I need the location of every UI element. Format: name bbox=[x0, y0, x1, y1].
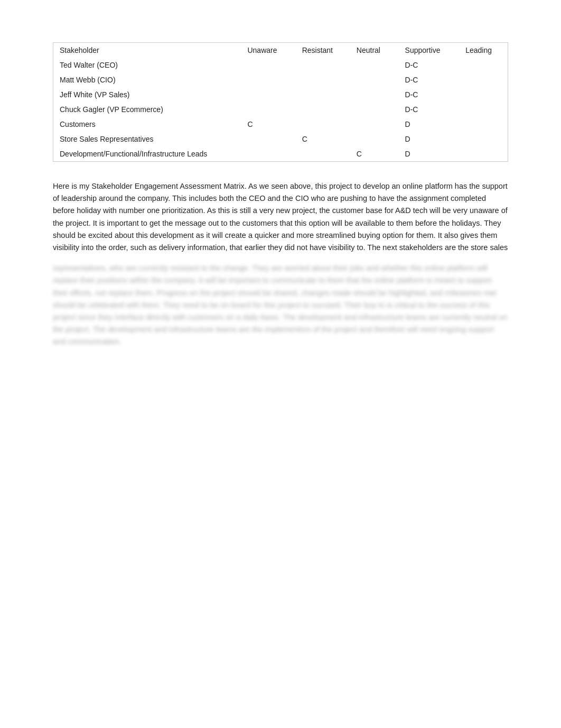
cell-leading-1 bbox=[459, 72, 508, 87]
table-row: Matt Webb (CIO)D-C bbox=[53, 72, 508, 87]
cell-resistant-1 bbox=[296, 72, 350, 87]
cell-resistant-4 bbox=[296, 117, 350, 132]
cell-name-3: Chuck Gagler (VP Ecommerce) bbox=[53, 102, 241, 117]
cell-unaware-5 bbox=[241, 132, 295, 146]
cell-supportive-5: D bbox=[399, 132, 460, 146]
header-resistant: Resistant bbox=[296, 43, 350, 58]
cell-supportive-0: D-C bbox=[399, 58, 460, 72]
table-row: CustomersCD bbox=[53, 117, 508, 132]
cell-leading-2 bbox=[459, 87, 508, 102]
table-row: Store Sales RepresentativesCD bbox=[53, 132, 508, 146]
cell-supportive-2: D-C bbox=[399, 87, 460, 102]
cell-supportive-3: D-C bbox=[399, 102, 460, 117]
table-row: Jeff White (VP Sales)D-C bbox=[53, 87, 508, 102]
header-supportive: Supportive bbox=[399, 43, 460, 58]
cell-neutral-4 bbox=[350, 117, 399, 132]
cell-name-5: Store Sales Representatives bbox=[53, 132, 241, 146]
cell-leading-0 bbox=[459, 58, 508, 72]
cell-unaware-0 bbox=[241, 58, 295, 72]
cell-resistant-6 bbox=[296, 146, 350, 161]
cell-name-2: Jeff White (VP Sales) bbox=[53, 87, 241, 102]
cell-resistant-3 bbox=[296, 102, 350, 117]
cell-unaware-1 bbox=[241, 72, 295, 87]
cell-unaware-3 bbox=[241, 102, 295, 117]
cell-supportive-1: D-C bbox=[399, 72, 460, 87]
cell-neutral-0 bbox=[350, 58, 399, 72]
cell-unaware-2 bbox=[241, 87, 295, 102]
blurred-paragraph: representatives, who are currently resis… bbox=[53, 262, 508, 348]
cell-unaware-6 bbox=[241, 146, 295, 161]
cell-supportive-4: D bbox=[399, 117, 460, 132]
stakeholder-table: Stakeholder Unaware Resistant Neutral Su… bbox=[53, 43, 508, 161]
table-row: Ted Walter (CEO)D-C bbox=[53, 58, 508, 72]
cell-name-1: Matt Webb (CIO) bbox=[53, 72, 241, 87]
cell-resistant-2 bbox=[296, 87, 350, 102]
cell-name-0: Ted Walter (CEO) bbox=[53, 58, 241, 72]
cell-leading-3 bbox=[459, 102, 508, 117]
header-stakeholder: Stakeholder bbox=[53, 43, 241, 58]
cell-neutral-3 bbox=[350, 102, 399, 117]
cell-resistant-0 bbox=[296, 58, 350, 72]
cell-resistant-5: C bbox=[296, 132, 350, 146]
cell-name-4: Customers bbox=[53, 117, 241, 132]
cell-neutral-2 bbox=[350, 87, 399, 102]
cell-neutral-5 bbox=[350, 132, 399, 146]
cell-neutral-1 bbox=[350, 72, 399, 87]
header-neutral: Neutral bbox=[350, 43, 399, 58]
cell-leading-4 bbox=[459, 117, 508, 132]
stakeholder-table-container: Stakeholder Unaware Resistant Neutral Su… bbox=[53, 42, 508, 162]
cell-leading-5 bbox=[459, 132, 508, 146]
table-row: Chuck Gagler (VP Ecommerce)D-C bbox=[53, 102, 508, 117]
table-row: Development/Functional/Infrastructure Le… bbox=[53, 146, 508, 161]
cell-leading-6 bbox=[459, 146, 508, 161]
main-paragraph: Here is my Stakeholder Engagement Assess… bbox=[53, 180, 508, 254]
cell-neutral-6: C bbox=[350, 146, 399, 161]
header-leading: Leading bbox=[459, 43, 508, 58]
cell-name-6: Development/Functional/Infrastructure Le… bbox=[53, 146, 241, 161]
cell-supportive-6: D bbox=[399, 146, 460, 161]
cell-unaware-4: C bbox=[241, 117, 295, 132]
header-unaware: Unaware bbox=[241, 43, 295, 58]
